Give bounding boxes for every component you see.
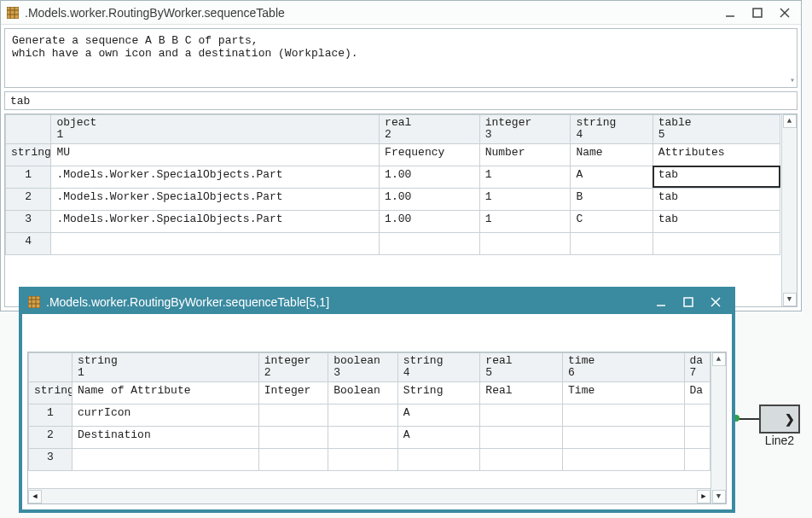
table-row[interactable]: 4 xyxy=(6,232,798,254)
table-cell[interactable] xyxy=(328,404,397,426)
col-header[interactable]: integer3 xyxy=(479,115,571,144)
row-number[interactable]: 3 xyxy=(6,210,51,232)
table-cell[interactable] xyxy=(480,448,563,470)
corner-cell[interactable] xyxy=(6,115,51,144)
col-header[interactable]: string4 xyxy=(397,353,480,382)
minimize-button[interactable] xyxy=(650,294,672,311)
table-cell[interactable] xyxy=(480,426,563,448)
table-cell[interactable] xyxy=(652,232,780,254)
col-label[interactable]: Frequency xyxy=(380,143,480,166)
row-number[interactable]: 4 xyxy=(6,232,51,254)
scroll-up-icon[interactable]: ▲ xyxy=(783,114,797,128)
table-cell[interactable] xyxy=(51,232,380,254)
table-cell[interactable]: Destination xyxy=(72,426,258,448)
col-label[interactable]: Name of Attribute xyxy=(72,381,258,404)
table-cell[interactable]: A xyxy=(397,426,480,448)
close-button[interactable] xyxy=(705,294,727,311)
close-button[interactable] xyxy=(774,4,796,21)
table-cell[interactable]: 1 xyxy=(479,210,571,232)
table-cell[interactable]: tab xyxy=(652,210,780,232)
table-cell[interactable] xyxy=(563,448,685,470)
col-header[interactable]: table5 xyxy=(652,115,780,144)
table-cell[interactable] xyxy=(571,232,652,254)
table-cell[interactable] xyxy=(480,404,563,426)
model-node-line2[interactable]: ❯ Line2 xyxy=(759,405,800,447)
table-cell[interactable] xyxy=(479,232,571,254)
col-header[interactable]: integer2 xyxy=(258,353,328,382)
col-label[interactable]: String xyxy=(397,381,480,404)
col-label[interactable]: Time xyxy=(563,381,685,404)
scroll-down-icon[interactable]: ▼ xyxy=(712,490,726,503)
maximize-button[interactable] xyxy=(746,4,768,21)
table-row[interactable]: 2 Destination A xyxy=(29,426,727,448)
col-label[interactable]: Integer xyxy=(258,381,328,404)
table-cell[interactable]: .Models.Worker.SpecialObjects.Part xyxy=(51,166,380,188)
table-cell[interactable] xyxy=(72,448,258,470)
table-row[interactable]: 3 .Models.Worker.SpecialObjects.Part 1.0… xyxy=(6,210,798,232)
table-cell[interactable]: 1.00 xyxy=(380,166,480,188)
table-cell[interactable]: A xyxy=(397,404,480,426)
table-cell[interactable] xyxy=(563,426,685,448)
table-cell[interactable]: .Models.Worker.SpecialObjects.Part xyxy=(51,188,380,210)
table-cell[interactable]: A xyxy=(571,166,652,188)
row-number[interactable]: 3 xyxy=(29,448,72,470)
col-label[interactable]: Name xyxy=(571,143,652,166)
chevron-down-icon[interactable]: ▾ xyxy=(790,75,795,85)
table-row[interactable]: 3 xyxy=(29,448,727,470)
table-cell[interactable]: .Models.Worker.SpecialObjects.Part xyxy=(51,210,380,232)
table-cell[interactable] xyxy=(380,232,480,254)
col-header[interactable]: time6 xyxy=(563,353,685,382)
table-cell[interactable]: currIcon xyxy=(72,404,258,426)
main-titlebar[interactable]: .Models.worker.RoutingByWorker.sequenceT… xyxy=(1,1,801,25)
horizontal-scrollbar[interactable]: ◀ ▶ xyxy=(28,488,710,503)
col-label[interactable]: Attributes xyxy=(652,143,780,166)
col-label[interactable]: Boolean xyxy=(328,381,397,404)
row-number[interactable]: 2 xyxy=(6,188,51,210)
scroll-up-icon[interactable]: ▲ xyxy=(712,352,726,366)
col-label[interactable]: Real xyxy=(480,381,563,404)
table-cell[interactable] xyxy=(684,404,710,426)
maximize-button[interactable] xyxy=(677,294,699,311)
col-header[interactable]: da7 xyxy=(684,353,710,382)
description-box[interactable]: Generate a sequence A B B C of parts, wh… xyxy=(4,28,798,88)
vertical-scrollbar[interactable]: ▲ ▼ xyxy=(710,352,726,503)
row-number[interactable]: 2 xyxy=(29,426,72,448)
scroll-down-icon[interactable]: ▼ xyxy=(783,293,797,306)
table-cell[interactable]: C xyxy=(571,210,652,232)
col-label[interactable]: MU xyxy=(51,143,380,166)
table-cell[interactable] xyxy=(328,426,397,448)
col-label[interactable]: Da xyxy=(684,381,710,404)
row-header-type[interactable]: string xyxy=(6,143,51,166)
col-label[interactable]: Number xyxy=(479,143,571,166)
model-node-box[interactable]: ❯ xyxy=(759,405,800,434)
sub-titlebar[interactable]: .Models.worker.RoutingByWorker.sequenceT… xyxy=(22,290,732,314)
table-cell[interactable]: 1.00 xyxy=(380,210,480,232)
scroll-right-icon[interactable]: ▶ xyxy=(697,490,710,503)
col-header[interactable]: string4 xyxy=(571,115,652,144)
main-table[interactable]: object1 real2 integer3 string4 table5 st… xyxy=(5,114,797,255)
cell-input[interactable]: tab xyxy=(4,91,798,110)
table-cell[interactable] xyxy=(258,448,328,470)
table-cell[interactable] xyxy=(397,448,480,470)
row-number[interactable]: 1 xyxy=(29,404,72,426)
minimize-button[interactable] xyxy=(719,4,741,21)
col-header[interactable]: real2 xyxy=(380,115,480,144)
table-row[interactable]: 1 currIcon A xyxy=(29,404,727,426)
table-cell[interactable] xyxy=(563,404,685,426)
scroll-left-icon[interactable]: ◀ xyxy=(28,490,42,503)
table-row[interactable]: 1 .Models.Worker.SpecialObjects.Part 1.0… xyxy=(6,166,798,188)
vertical-scrollbar[interactable]: ▲ ▼ xyxy=(781,114,797,306)
sub-table[interactable]: string1 integer2 boolean3 string4 real5 … xyxy=(28,352,726,471)
col-header[interactable]: boolean3 xyxy=(328,353,397,382)
table-cell[interactable] xyxy=(328,448,397,470)
table-cell[interactable]: 1 xyxy=(479,166,571,188)
table-cell[interactable] xyxy=(684,426,710,448)
row-header-type[interactable]: string xyxy=(29,381,72,404)
table-row[interactable]: 2 .Models.Worker.SpecialObjects.Part 1.0… xyxy=(6,188,798,210)
table-cell[interactable]: tab xyxy=(652,188,780,210)
table-cell[interactable]: 1 xyxy=(479,188,571,210)
table-cell[interactable]: 1.00 xyxy=(380,188,480,210)
row-number[interactable]: 1 xyxy=(6,166,51,188)
table-cell[interactable]: tab xyxy=(652,166,780,188)
col-header[interactable]: string1 xyxy=(72,353,258,382)
